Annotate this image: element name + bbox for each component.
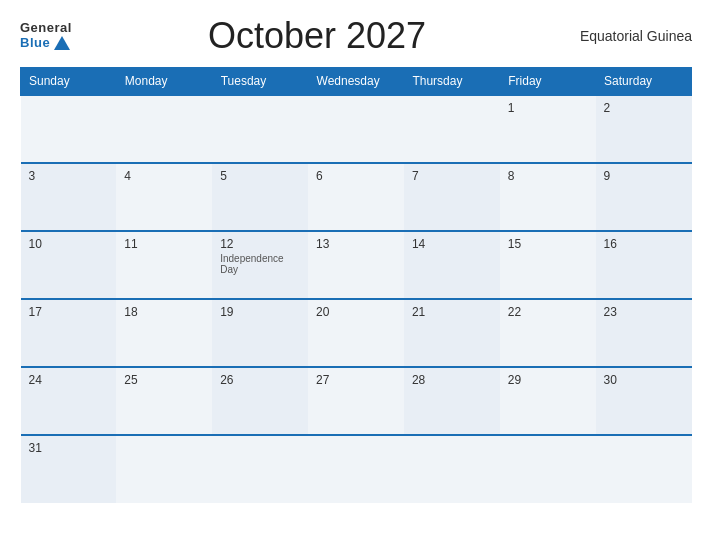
day-number: 1 [508,101,588,115]
calendar-day-cell [404,95,500,163]
calendar-week-row: 3456789 [21,163,692,231]
day-number: 17 [29,305,109,319]
calendar-day-cell: 14 [404,231,500,299]
header-wednesday: Wednesday [308,68,404,96]
day-number: 3 [29,169,109,183]
calendar-day-cell [21,95,117,163]
calendar-day-cell: 6 [308,163,404,231]
calendar-day-cell: 5 [212,163,308,231]
day-number: 30 [604,373,684,387]
day-number: 14 [412,237,492,251]
day-number: 22 [508,305,588,319]
calendar-day-cell: 19 [212,299,308,367]
calendar-day-cell [308,95,404,163]
header-sunday: Sunday [21,68,117,96]
day-number: 23 [604,305,684,319]
logo: General Blue [20,21,72,50]
day-number: 21 [412,305,492,319]
calendar-day-cell: 7 [404,163,500,231]
calendar-day-cell [116,435,212,503]
day-number: 25 [124,373,204,387]
day-number: 6 [316,169,396,183]
day-number: 9 [604,169,684,183]
day-number: 28 [412,373,492,387]
calendar-day-cell: 4 [116,163,212,231]
weekday-header-row: Sunday Monday Tuesday Wednesday Thursday… [21,68,692,96]
calendar-day-cell: 21 [404,299,500,367]
calendar-day-cell [212,95,308,163]
day-number: 11 [124,237,204,251]
holiday-label: Independence Day [220,253,300,275]
day-number: 31 [29,441,109,455]
day-number: 4 [124,169,204,183]
calendar-table: Sunday Monday Tuesday Wednesday Thursday… [20,67,692,503]
calendar-day-cell [404,435,500,503]
calendar-day-cell [212,435,308,503]
calendar-day-cell: 16 [596,231,692,299]
day-number: 7 [412,169,492,183]
day-number: 20 [316,305,396,319]
header-saturday: Saturday [596,68,692,96]
calendar-day-cell [500,435,596,503]
calendar-day-cell: 20 [308,299,404,367]
day-number: 12 [220,237,300,251]
calendar-day-cell: 8 [500,163,596,231]
calendar-day-cell: 17 [21,299,117,367]
calendar-day-cell: 18 [116,299,212,367]
header-tuesday: Tuesday [212,68,308,96]
day-number: 18 [124,305,204,319]
day-number: 24 [29,373,109,387]
calendar-day-cell: 23 [596,299,692,367]
logo-triangle-icon [54,36,70,50]
header-monday: Monday [116,68,212,96]
country-name: Equatorial Guinea [562,28,692,44]
calendar-day-cell: 11 [116,231,212,299]
calendar-title: October 2027 [72,15,562,57]
calendar-day-cell: 1 [500,95,596,163]
calendar-day-cell: 13 [308,231,404,299]
calendar-week-row: 31 [21,435,692,503]
day-number: 19 [220,305,300,319]
calendar-page: General Blue October 2027 Equatorial Gui… [0,0,712,550]
day-number: 13 [316,237,396,251]
day-number: 29 [508,373,588,387]
calendar-day-cell: 15 [500,231,596,299]
day-number: 10 [29,237,109,251]
calendar-day-cell: 10 [21,231,117,299]
calendar-day-cell: 24 [21,367,117,435]
day-number: 8 [508,169,588,183]
calendar-week-row: 24252627282930 [21,367,692,435]
day-number: 5 [220,169,300,183]
header-friday: Friday [500,68,596,96]
calendar-day-cell: 30 [596,367,692,435]
calendar-day-cell: 2 [596,95,692,163]
calendar-day-cell [116,95,212,163]
day-number: 15 [508,237,588,251]
calendar-week-row: 12 [21,95,692,163]
calendar-day-cell: 22 [500,299,596,367]
day-number: 26 [220,373,300,387]
calendar-day-cell: 3 [21,163,117,231]
calendar-header: General Blue October 2027 Equatorial Gui… [20,15,692,57]
calendar-day-cell [596,435,692,503]
day-number: 27 [316,373,396,387]
calendar-day-cell: 12Independence Day [212,231,308,299]
calendar-day-cell: 27 [308,367,404,435]
calendar-week-row: 101112Independence Day13141516 [21,231,692,299]
calendar-day-cell: 9 [596,163,692,231]
logo-blue-text: Blue [20,36,70,51]
calendar-day-cell: 25 [116,367,212,435]
calendar-week-row: 17181920212223 [21,299,692,367]
calendar-day-cell: 31 [21,435,117,503]
logo-general-text: General [20,21,72,35]
calendar-day-cell: 29 [500,367,596,435]
day-number: 16 [604,237,684,251]
calendar-day-cell: 28 [404,367,500,435]
calendar-day-cell [308,435,404,503]
day-number: 2 [604,101,684,115]
header-thursday: Thursday [404,68,500,96]
calendar-day-cell: 26 [212,367,308,435]
